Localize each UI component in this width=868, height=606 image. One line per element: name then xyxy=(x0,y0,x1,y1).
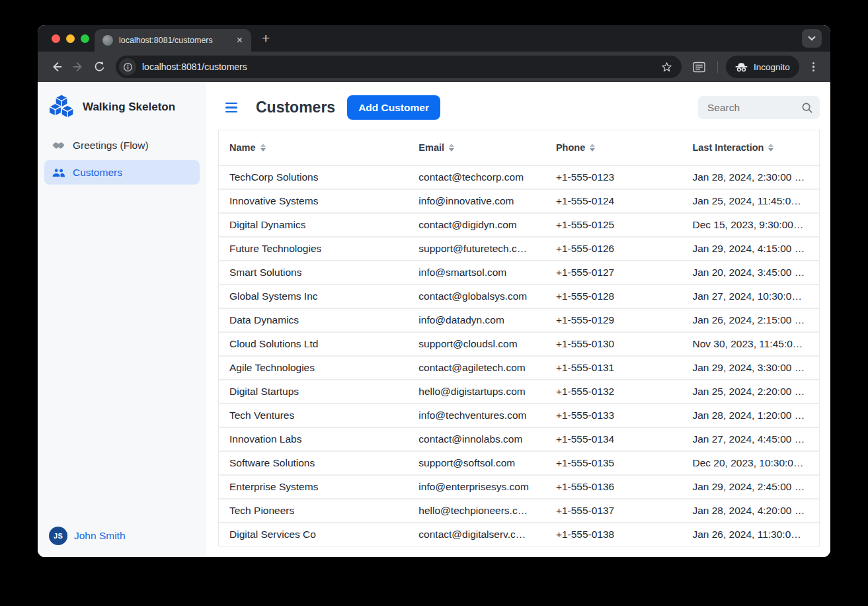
cell-name: Digital Dynamics xyxy=(219,214,408,236)
zoom-window-button[interactable] xyxy=(81,34,89,43)
drawer-toggle-button[interactable] xyxy=(218,97,243,118)
cell-last-interaction: Jan 25, 2024, 2:20:00 … xyxy=(682,380,819,403)
table-row[interactable]: Digital Services Co contact@digitalserv.… xyxy=(219,522,819,546)
cell-email: contact@techcorp.com xyxy=(408,166,545,189)
sidebar-spacer xyxy=(38,187,206,517)
cell-email: info@enterprisesys.com xyxy=(408,476,545,498)
cell-name: Tech Pioneers xyxy=(219,499,408,522)
cell-phone: +1-555-0126 xyxy=(545,238,682,260)
address-bar[interactable]: localhost:8081/customers xyxy=(116,56,682,78)
reload-icon xyxy=(93,60,106,74)
sidebar-item-customers[interactable]: Customers xyxy=(44,160,200,185)
cell-phone: +1-555-0127 xyxy=(545,261,682,284)
cell-email: contact@agiletech.com xyxy=(408,357,545,379)
reload-button[interactable] xyxy=(89,56,110,77)
back-arrow-icon xyxy=(50,60,64,74)
cell-email: support@cloudsl.com xyxy=(408,333,545,355)
column-header-last-interaction[interactable]: Last Interaction xyxy=(682,130,819,165)
table-row[interactable]: Digital Dynamics contact@digidyn.com +1-… xyxy=(219,212,819,236)
search-box[interactable] xyxy=(698,96,820,119)
cell-email: support@futuretech.c… xyxy=(408,238,545,260)
search-icon xyxy=(801,102,813,114)
table-row[interactable]: Future Technologies support@futuretech.c… xyxy=(219,236,819,260)
avatar: JS xyxy=(49,527,67,545)
tab-search-button[interactable] xyxy=(802,29,822,48)
search-input[interactable] xyxy=(706,101,796,114)
table-row[interactable]: Global Systems Inc contact@globalsys.com… xyxy=(219,284,819,308)
incognito-icon xyxy=(735,62,748,72)
column-header-name[interactable]: Name xyxy=(219,130,408,165)
table-row[interactable]: Tech Pioneers hello@techpioneers.c… +1-5… xyxy=(219,498,819,522)
cell-name: Innovative Systems xyxy=(219,190,408,212)
cell-phone: +1-555-0128 xyxy=(545,285,682,308)
forward-button[interactable] xyxy=(67,56,89,77)
cell-name: Innovation Labs xyxy=(219,428,408,451)
cell-last-interaction: Jan 27, 2024, 10:30:0… xyxy=(682,285,819,308)
incognito-label: Incognito xyxy=(754,62,790,72)
browser-tab[interactable]: localhost:8081/customers × xyxy=(95,29,251,52)
column-header-phone[interactable]: Phone xyxy=(545,130,682,165)
cell-phone: +1-555-0138 xyxy=(545,523,682,546)
cell-last-interaction: Jan 26, 2024, 2:15:00 … xyxy=(682,309,819,331)
sort-icon[interactable] xyxy=(590,144,595,152)
sort-icon[interactable] xyxy=(449,144,454,152)
cell-phone: +1-555-0124 xyxy=(545,190,682,212)
table-row[interactable]: Smart Solutions info@smartsol.com +1-555… xyxy=(219,260,819,284)
cell-email: contact@innolabs.com xyxy=(408,428,545,451)
app-brand: Walking Skeleton xyxy=(38,82,206,130)
column-header-email[interactable]: Email xyxy=(408,130,545,165)
cell-phone: +1-555-0133 xyxy=(545,404,682,427)
hamburger-icon xyxy=(225,103,237,105)
cell-name: Digital Startups xyxy=(219,380,408,403)
table-row[interactable]: Innovative Systems info@innovative.com +… xyxy=(219,189,819,212)
sidebar-item-greetings[interactable]: Greetings (Flow) xyxy=(44,133,200,157)
side-panel-button[interactable] xyxy=(688,56,709,77)
customers-grid: Name Email Phone Last Interaction xyxy=(218,130,820,546)
page-title: Customers xyxy=(256,99,335,116)
cell-last-interaction: Jan 26, 2024, 11:30:0… xyxy=(682,523,819,546)
table-row[interactable]: Tech Ventures info@techventures.com +1-5… xyxy=(219,403,819,427)
url-text[interactable]: localhost:8081/customers xyxy=(142,62,652,72)
app-layout: Walking Skeleton Greetings (Flow) xyxy=(38,82,830,557)
table-row[interactable]: Innovation Labs contact@innolabs.com +1-… xyxy=(219,427,819,451)
cell-name: Future Technologies xyxy=(219,238,408,260)
info-icon xyxy=(123,62,133,72)
table-row[interactable]: Enterprise Systems info@enterprisesys.co… xyxy=(219,474,819,498)
tab-close-icon[interactable]: × xyxy=(235,35,245,46)
cell-name: Global Systems Inc xyxy=(219,285,408,308)
sidebar-item-label: Customers xyxy=(73,167,122,179)
minimize-window-button[interactable] xyxy=(66,34,75,43)
tab-strip: localhost:8081/customers × + xyxy=(38,25,830,52)
cell-last-interaction: Dec 15, 2023, 9:30:00… xyxy=(682,214,819,236)
cell-phone: +1-555-0137 xyxy=(545,499,682,522)
tab-favicon-icon xyxy=(102,35,113,46)
table-row[interactable]: Agile Technologies contact@agiletech.com… xyxy=(219,355,819,379)
cell-phone: +1-555-0135 xyxy=(545,452,682,474)
table-row[interactable]: Cloud Solutions Ltd support@cloudsl.com … xyxy=(219,331,819,355)
user-menu[interactable]: JS John Smith xyxy=(38,517,206,557)
browser-menu-button[interactable] xyxy=(809,58,818,76)
tab-title: localhost:8081/customers xyxy=(119,36,229,45)
cell-last-interaction: Jan 29, 2024, 2:45:00 … xyxy=(682,476,819,498)
table-row[interactable]: TechCorp Solutions contact@techcorp.com … xyxy=(219,165,819,189)
handshake-icon xyxy=(52,140,65,151)
site-info-button[interactable] xyxy=(119,58,136,75)
cell-email: contact@digidyn.com xyxy=(408,214,545,236)
cell-email: contact@globalsys.com xyxy=(408,285,545,308)
cell-phone: +1-555-0123 xyxy=(545,166,682,189)
sort-icon[interactable] xyxy=(260,144,266,152)
close-window-button[interactable] xyxy=(52,34,60,43)
add-customer-button[interactable]: Add Customer xyxy=(347,95,440,120)
bookmark-button[interactable] xyxy=(658,58,675,75)
sort-icon[interactable] xyxy=(768,144,773,152)
cell-email: info@datadyn.com xyxy=(408,309,545,331)
cell-email: hello@digistartups.com xyxy=(408,380,545,403)
cell-name: Tech Ventures xyxy=(219,404,408,427)
table-row[interactable]: Software Solutions support@softsol.com +… xyxy=(219,451,819,474)
back-button[interactable] xyxy=(46,56,67,77)
new-tab-button[interactable]: + xyxy=(262,25,270,52)
cell-email: info@innovative.com xyxy=(408,190,545,212)
table-row[interactable]: Digital Startups hello@digistartups.com … xyxy=(219,379,819,403)
table-row[interactable]: Data Dynamics info@datadyn.com +1-555-01… xyxy=(219,308,819,331)
cell-last-interaction: Jan 25, 2024, 11:45:0… xyxy=(682,190,819,212)
